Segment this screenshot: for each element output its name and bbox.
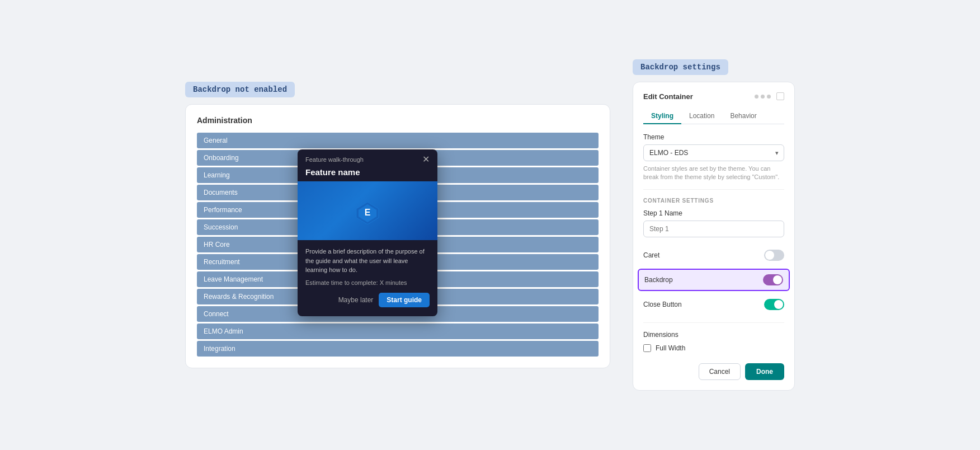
step-name-input[interactable]	[643, 221, 784, 237]
menu-item-elmo-admin[interactable]: ELMO Admin	[197, 324, 599, 339]
backdrop-label: Backdrop	[644, 276, 673, 284]
dimensions-field-group: Dimensions Full Width	[643, 331, 784, 354]
step-name-field-group: Step 1 Name	[643, 209, 784, 237]
divider-2	[643, 322, 784, 323]
caret-toggle[interactable]	[764, 250, 784, 261]
settings-card: Edit Container Styling Location Behavior…	[633, 82, 795, 391]
dot-3	[767, 95, 771, 99]
start-guide-button[interactable]: Start guide	[379, 293, 430, 307]
header-square-icon[interactable]	[776, 92, 784, 100]
backdrop-row: Backdrop	[638, 269, 790, 291]
right-panel: Backdrop settings Edit Container Styling…	[633, 59, 795, 391]
tabs: Styling Location Behavior	[643, 109, 784, 124]
modal-body: Provide a brief description of the purpo…	[298, 240, 437, 316]
header-controls	[755, 92, 784, 100]
maybe-later-button[interactable]: Maybe later	[338, 296, 374, 304]
dot-1	[755, 95, 758, 99]
admin-title: Administration	[197, 116, 599, 125]
left-panel: Backdrop not enabled Administration Gene…	[185, 82, 610, 368]
theme-label: Theme	[643, 133, 784, 141]
modal-title: Feature name	[298, 167, 437, 181]
modal-close-button[interactable]: ✕	[422, 155, 430, 164]
header-dots	[755, 95, 771, 99]
backdrop-toggle[interactable]	[763, 274, 783, 285]
theme-select-wrapper[interactable]: ELMO - EDS Custom	[643, 144, 784, 161]
menu-item-general[interactable]: General	[197, 133, 599, 148]
close-button-label: Close Button	[643, 301, 682, 308]
cancel-button[interactable]: Cancel	[699, 363, 741, 380]
svg-text:E: E	[365, 208, 371, 217]
caret-row: Caret	[643, 245, 784, 265]
divider	[643, 189, 784, 190]
elmo-logo-icon: E	[354, 198, 381, 224]
close-button-row: Close Button	[643, 294, 784, 315]
tab-behavior[interactable]: Behavior	[722, 109, 764, 124]
step-name-label: Step 1 Name	[643, 209, 784, 217]
dot-2	[761, 95, 765, 99]
theme-field-group: Theme ELMO - EDS Custom Container styles…	[643, 133, 784, 182]
menu-item-integration[interactable]: Integration	[197, 341, 599, 357]
tab-location[interactable]: Location	[681, 109, 722, 124]
edit-container-title: Edit Container	[643, 92, 693, 101]
edit-container-header: Edit Container	[643, 92, 784, 101]
full-width-row: Full Width	[643, 342, 784, 354]
close-button-toggle[interactable]	[764, 299, 784, 310]
caret-label: Caret	[643, 251, 659, 259]
modal-image: E	[298, 181, 437, 240]
button-row: Cancel Done	[643, 363, 784, 380]
theme-note: Container styles are set by the theme. Y…	[643, 165, 784, 182]
modal-actions: Maybe later Start guide	[305, 293, 430, 310]
tab-styling[interactable]: Styling	[643, 109, 681, 124]
dimensions-label: Dimensions	[643, 331, 784, 339]
full-width-label[interactable]: Full Width	[656, 344, 685, 352]
full-width-checkbox[interactable]	[643, 344, 651, 352]
modal-header-label: Feature walk-through	[305, 156, 364, 163]
theme-select[interactable]: ELMO - EDS Custom	[643, 144, 784, 161]
feature-walkthrough-modal: Feature walk-through ✕ Feature name E Pr…	[298, 149, 437, 316]
done-button[interactable]: Done	[745, 363, 784, 380]
modal-header: Feature walk-through ✕	[298, 149, 437, 167]
backdrop-not-enabled-label: Backdrop not enabled	[185, 82, 295, 97]
modal-estimate: Estimate time to complete: X minutes	[305, 279, 430, 286]
modal-description: Provide a brief description of the purpo…	[305, 247, 430, 275]
container-settings-label: CONTAINER SETTINGS	[643, 198, 784, 204]
backdrop-settings-label: Backdrop settings	[633, 59, 728, 75]
admin-card: Administration General Onboarding Learni…	[185, 104, 610, 368]
